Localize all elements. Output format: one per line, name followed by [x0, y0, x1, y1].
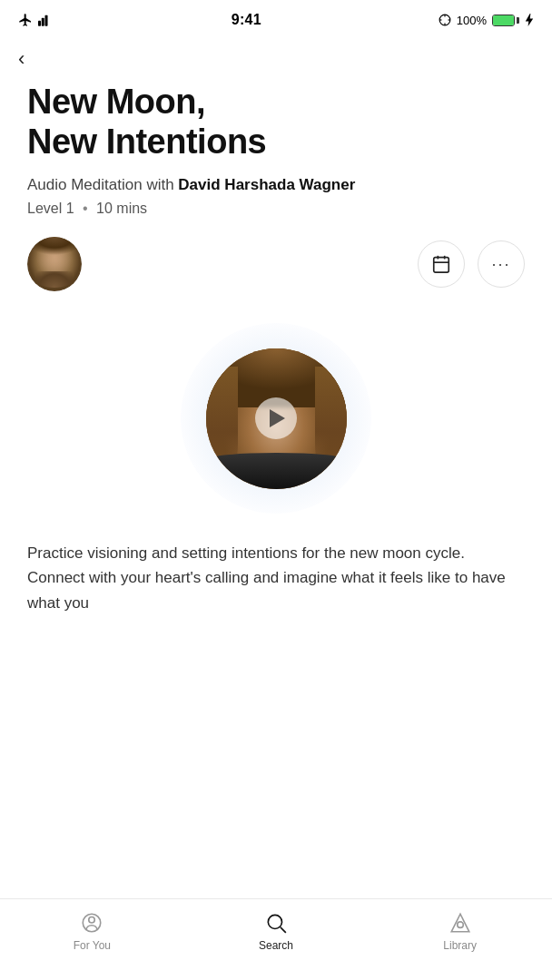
library-icon [448, 910, 473, 936]
svg-marker-16 [451, 914, 469, 932]
main-content: New Moon,New Intentions Audio Meditation… [0, 74, 552, 296]
for-you-label: For You [74, 939, 111, 952]
nav-item-for-you[interactable]: For You [55, 910, 128, 952]
session-title: New Moon,New Intentions [27, 83, 525, 162]
player-thumbnail[interactable] [206, 348, 347, 489]
teacher-avatar[interactable] [27, 237, 82, 291]
airplane-icon [18, 13, 33, 27]
battery-icon [492, 15, 519, 26]
svg-point-14 [268, 915, 281, 928]
actions-row: ··· [27, 237, 525, 296]
player-outer [181, 323, 371, 514]
shirt [206, 453, 347, 489]
back-chevron-icon: ‹ [18, 49, 25, 69]
bolt-icon [525, 14, 534, 26]
teacher-name: David Harshada Wagner [178, 176, 355, 193]
calendar-button[interactable] [418, 240, 465, 288]
session-meta: Level 1 • 10 mins [27, 201, 525, 217]
player-section [0, 323, 552, 514]
back-button[interactable]: ‹ [0, 40, 43, 74]
search-label: Search [259, 939, 293, 952]
location-icon [439, 14, 451, 26]
search-icon [263, 910, 289, 936]
more-dots-icon: ··· [491, 255, 510, 274]
play-triangle-icon [270, 409, 285, 427]
calendar-icon [431, 254, 451, 274]
battery-percent: 100% [457, 14, 487, 27]
svg-point-17 [457, 922, 463, 928]
signal-icon [38, 14, 54, 26]
svg-line-15 [281, 927, 286, 933]
library-label: Library [443, 939, 477, 952]
nav-item-search[interactable]: Search [240, 910, 312, 952]
svg-rect-2 [45, 15, 48, 26]
svg-rect-0 [38, 21, 41, 26]
status-left [18, 13, 54, 27]
more-button[interactable]: ··· [478, 240, 525, 288]
status-bar: 9:41 100% [0, 0, 552, 40]
svg-point-13 [89, 917, 95, 924]
svg-rect-8 [434, 258, 449, 273]
play-button[interactable] [255, 397, 297, 439]
session-subtitle: Audio Meditation with David Harshada Wag… [27, 174, 525, 196]
status-time: 9:41 [232, 12, 261, 28]
status-right: 100% [439, 14, 534, 27]
for-you-icon [79, 910, 104, 936]
description-text: Practice visioning and setting intention… [0, 541, 552, 615]
svg-rect-1 [42, 18, 44, 26]
bottom-nav: For You Search Library [0, 898, 552, 980]
level-label: Level 1 [27, 201, 74, 216]
nav-item-library[interactable]: Library [424, 910, 497, 952]
duration-label: 10 mins [96, 201, 147, 216]
